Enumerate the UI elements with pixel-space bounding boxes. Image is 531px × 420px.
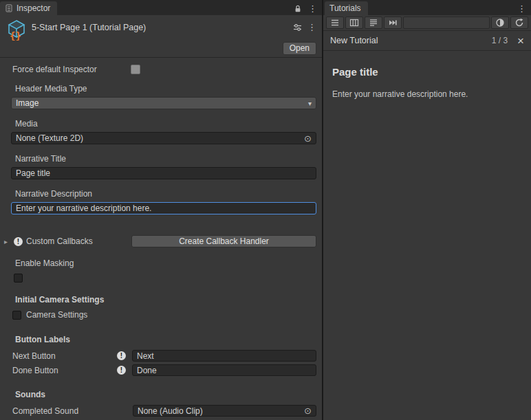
inspector-header-menu-icon[interactable]: ⋮ — [307, 23, 316, 32]
warning-icon: ! — [117, 366, 126, 375]
completed-sound-row: Completed Sound None (Audio Clip) ⊙ — [0, 405, 322, 417]
tutorials-menu-icon[interactable]: ⋮ — [517, 4, 526, 13]
inspector-asset-title: 5-Start Page 1 (Tutorial Page) — [28, 19, 293, 32]
tutorials-panel: Tutorials ⋮ — [323, 0, 531, 420]
enable-masking-checkbox[interactable] — [14, 274, 23, 283]
tutorial-page-description: Enter your narrative description here. — [332, 89, 522, 99]
warning-icon: ! — [117, 351, 126, 360]
completed-sound-label: Completed Sound — [12, 406, 133, 416]
inspector-tabbar: Inspector ⋮ — [0, 0, 322, 15]
narrative-title-value: Page title — [16, 168, 50, 178]
narrative-title-label: Narrative Title — [0, 154, 322, 164]
inspector-panel: Inspector ⋮ {} — [0, 0, 323, 420]
tutorial-pagination: 1 / 3 — [492, 36, 508, 45]
tab-tutorials[interactable]: Tutorials — [325, 1, 368, 15]
done-button-row: Done Button ! Done — [0, 364, 322, 376]
masking-toggle-icon[interactable] — [491, 16, 509, 29]
columns-view-icon[interactable] — [345, 16, 363, 29]
narrative-description-value: Enter your narrative description here. — [16, 203, 151, 213]
header-media-type-value: Image — [16, 98, 39, 108]
next-button-value: Next — [137, 351, 154, 361]
camera-settings-row: Camera Settings — [0, 310, 322, 320]
lock-icon[interactable] — [294, 4, 302, 13]
tutorials-toolbar — [323, 15, 531, 31]
refresh-icon[interactable] — [510, 16, 528, 29]
object-picker-icon[interactable]: ⊙ — [304, 406, 312, 415]
warning-icon: ! — [14, 237, 23, 246]
done-button-value: Done — [137, 366, 157, 375]
foldout-arrow-icon[interactable]: ▸ — [4, 238, 12, 245]
header-media-type-dropdown[interactable]: Image ▾ — [11, 97, 316, 109]
open-button[interactable]: Open — [283, 42, 316, 55]
force-default-inspector-checkbox[interactable] — [131, 65, 140, 74]
sounds-header: Sounds — [0, 390, 322, 399]
custom-callbacks-label: Custom Callbacks — [26, 236, 93, 246]
button-labels-header: Button Labels — [0, 335, 322, 344]
completed-sound-value: None (Audio Clip) — [138, 406, 203, 416]
completed-sound-object-field[interactable]: None (Audio Clip) ⊙ — [133, 405, 316, 417]
next-button-label: Next Button — [12, 351, 117, 361]
inspector-tabbar-actions: ⋮ — [294, 4, 322, 15]
tutorial-header-bar: New Tutorial 1 / 3 × — [323, 31, 531, 51]
inspector-tab-icon — [5, 4, 13, 12]
object-picker-icon[interactable]: ⊙ — [304, 134, 312, 143]
enable-masking-row — [0, 274, 322, 283]
inspector-menu-icon[interactable]: ⋮ — [308, 4, 317, 13]
tab-inspector[interactable]: Inspector — [0, 1, 57, 15]
camera-settings-label: Camera Settings — [26, 310, 87, 320]
narrative-description-label: Narrative Description — [0, 189, 322, 199]
header-media-type-label: Header Media Type — [0, 84, 322, 93]
inspector-header: {} 5-Start Page 1 (Tutorial Page) ⋮ — [0, 15, 322, 58]
chevron-down-icon: ▾ — [308, 100, 312, 107]
narrative-title-field[interactable]: Page title — [11, 167, 316, 179]
enable-masking-label: Enable Masking — [0, 258, 322, 268]
force-default-inspector-label: Force default Inspector — [12, 65, 131, 74]
camera-settings-checkbox[interactable] — [12, 311, 21, 320]
svg-text:{}: {} — [10, 30, 21, 41]
next-button-row: Next Button ! Next — [0, 350, 322, 362]
tutorial-page-asset-icon: {} — [6, 19, 28, 41]
inspector-tab-label: Inspector — [17, 3, 50, 13]
initial-camera-settings-header: Initial Camera Settings — [0, 295, 322, 305]
unity-editor-window: Inspector ⋮ {} — [0, 0, 531, 420]
create-callback-handler-button[interactable]: Create Callback Handler — [131, 235, 316, 247]
next-button-field[interactable]: Next — [132, 350, 316, 362]
skip-to-end-icon[interactable] — [384, 16, 402, 29]
media-label: Media — [0, 119, 322, 129]
custom-callbacks-row: ▸ ! Custom Callbacks Create Callback Han… — [0, 235, 322, 247]
toolbar-spacer — [403, 16, 490, 29]
close-icon[interactable]: × — [517, 35, 524, 47]
done-button-label: Done Button — [12, 366, 117, 375]
done-button-field[interactable]: Done — [132, 364, 316, 376]
tutorial-title: New Tutorial — [330, 36, 492, 45]
media-object-value: None (Texture 2D) — [16, 133, 83, 143]
inspector-body: Force default Inspector Header Media Typ… — [0, 58, 322, 420]
tutorial-content: Page title Enter your narrative descript… — [323, 51, 531, 114]
tutorials-tab-label: Tutorials — [329, 3, 361, 13]
tutorials-tabbar: Tutorials ⋮ — [323, 0, 531, 15]
presets-icon[interactable] — [293, 23, 302, 32]
force-default-inspector-row: Force default Inspector — [0, 65, 322, 74]
console-list-icon[interactable] — [326, 16, 344, 29]
media-object-field[interactable]: None (Texture 2D) ⊙ — [11, 132, 316, 144]
tutorial-page-title: Page title — [332, 66, 522, 78]
list-view-icon[interactable] — [365, 16, 382, 29]
narrative-description-field[interactable]: Enter your narrative description here. — [11, 202, 316, 214]
